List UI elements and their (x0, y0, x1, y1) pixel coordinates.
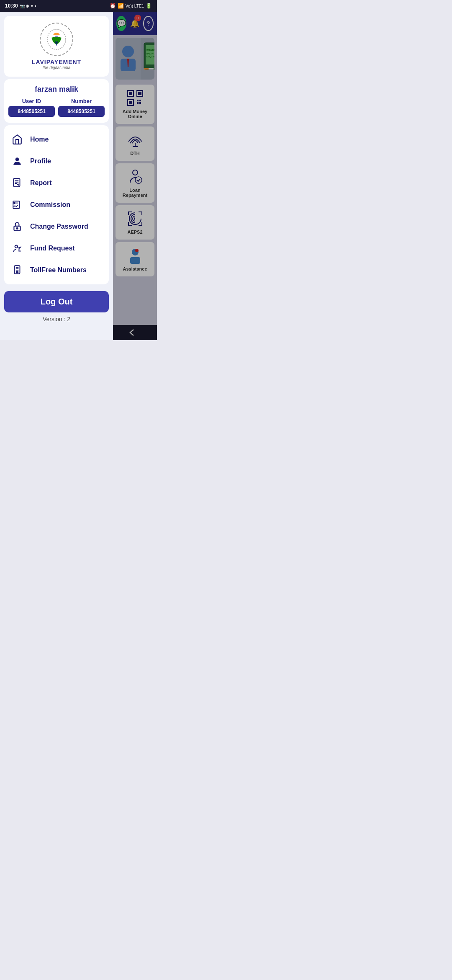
report-label: Report (30, 179, 52, 187)
user-section: farzan malik User ID 8448505251 Number 8… (4, 79, 109, 123)
status-right-icons: ⏰ 📶 Vo)) LTE1 🔋 (110, 3, 152, 9)
sidebar-item-report[interactable]: Report (4, 172, 109, 194)
sidebar-item-profile[interactable]: Profile (4, 150, 109, 172)
number-label: Number (71, 98, 92, 104)
wifi-icon: 📶 (118, 3, 124, 9)
sidebar-item-fund-request[interactable]: Fund Request (4, 237, 109, 259)
lock-icon (11, 220, 23, 233)
commission-icon (11, 199, 23, 211)
number-value[interactable]: 8448505251 (58, 106, 105, 117)
logout-section: Log Out Version : 2 (0, 287, 113, 328)
commission-label: Commission (30, 201, 70, 209)
app-container: LAVIPAYEMENT the digital india farzan ma… (0, 12, 157, 340)
home-label: Home (30, 136, 49, 143)
svg-rect-17 (16, 271, 18, 273)
version-text: Version : 2 (4, 312, 109, 326)
svg-point-2 (15, 157, 19, 161)
user-name: farzan malik (8, 85, 105, 94)
change-password-label: Change Password (30, 223, 88, 230)
alarm-icon: ⏰ (110, 3, 116, 9)
svg-point-12 (15, 245, 18, 248)
tollfree-icon (11, 264, 23, 276)
status-icons: 📷 ⊕ ✦ • (20, 4, 36, 8)
tollfree-label: TollFree Numbers (30, 266, 87, 274)
brand-name: LAVIPAYEMENT (32, 59, 81, 65)
status-bar: 10:30 📷 ⊕ ✦ • ⏰ 📶 Vo)) LTE1 🔋 (0, 0, 157, 12)
profile-icon (11, 155, 23, 168)
profile-label: Profile (30, 157, 51, 165)
sidebar-item-commission[interactable]: Commission (4, 194, 109, 216)
userid-value[interactable]: 8448505251 (8, 106, 55, 117)
battery-icon: 🔋 (146, 3, 152, 9)
sidebar-item-home[interactable]: Home (4, 129, 109, 150)
time-display: 10:30 (5, 3, 18, 9)
svg-point-11 (16, 228, 18, 229)
sidebar-item-tollfree[interactable]: TollFree Numbers (4, 259, 109, 281)
user-info-row: User ID 8448505251 Number 8448505251 (8, 98, 105, 117)
logo-circle (40, 23, 73, 56)
userid-label: User ID (22, 98, 41, 104)
report-icon (11, 177, 23, 189)
fund-icon (11, 242, 23, 255)
signal-icon: Vo)) LTE1 (126, 4, 144, 8)
number-col: Number 8448505251 (58, 98, 105, 117)
menu-section: Home Profile (4, 125, 109, 284)
status-time: 10:30 📷 ⊕ ✦ • (5, 3, 36, 9)
logout-button[interactable]: Log Out (4, 291, 109, 312)
sidebar-item-change-password[interactable]: Change Password (4, 216, 109, 237)
logo-section: LAVIPAYEMENT the digital india (4, 16, 109, 77)
home-icon (11, 133, 23, 146)
userid-col: User ID 8448505251 (8, 98, 55, 117)
india-map-icon (45, 28, 68, 51)
sidebar-spacer (0, 328, 113, 340)
svg-point-8 (14, 202, 15, 204)
fund-request-label: Fund Request (30, 245, 75, 252)
drawer-overlay[interactable] (113, 12, 157, 340)
brand-tagline: the digital india (43, 65, 71, 70)
sidebar-drawer: LAVIPAYEMENT the digital india farzan ma… (0, 12, 113, 340)
